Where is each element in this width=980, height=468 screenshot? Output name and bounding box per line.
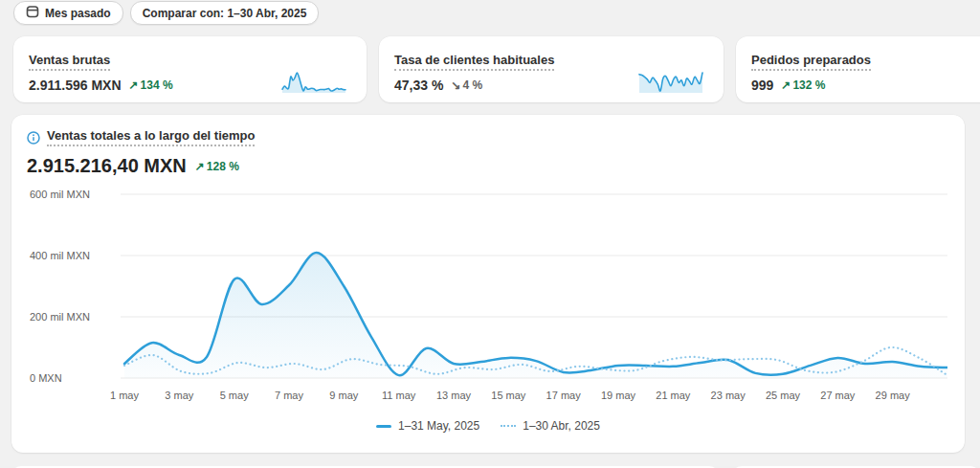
metric-change-returning-rate: ↘4 % bbox=[451, 78, 482, 92]
dotted-line-legend-icon bbox=[501, 425, 516, 427]
date-filter-bar: Mes pasado Comparar con: 1–30 Abr, 2025 bbox=[13, 1, 319, 25]
y-axis-tick-label: 0 MXN bbox=[30, 372, 62, 384]
compare-button[interactable]: Comparar con: 1–30 Abr, 2025 bbox=[130, 1, 320, 25]
metric-value-returning-rate: 47,33 % bbox=[394, 78, 443, 93]
trend-up-icon: ↗ bbox=[129, 78, 139, 92]
y-axis-tick-label: 400 mil MXN bbox=[30, 250, 90, 261]
legend-label-comparison: 1–30 Abr, 2025 bbox=[523, 419, 600, 433]
solid-line-legend-icon bbox=[376, 425, 391, 428]
x-axis-tick-label: 15 may bbox=[486, 390, 530, 401]
x-axis-tick-label: 1 may bbox=[102, 390, 146, 401]
legend-label-current: 1–31 May, 2025 bbox=[398, 419, 479, 433]
chart-change: ↗128 % bbox=[195, 160, 239, 173]
x-axis-tick-label: 3 may bbox=[157, 390, 201, 401]
x-axis-tick-label: 19 may bbox=[596, 390, 640, 401]
chart-total-value: 2.915.216,40 MXN bbox=[27, 155, 187, 177]
calendar-icon bbox=[26, 5, 39, 21]
compare-label: Comparar con: 1–30 Abr, 2025 bbox=[143, 7, 307, 20]
metric-card-gross-sales[interactable]: Ventas brutas 2.911.596 MXN ↗134 % bbox=[13, 36, 367, 102]
y-axis-tick-label: 200 mil MXN bbox=[30, 311, 90, 323]
trend-up-icon: ↗ bbox=[195, 160, 205, 173]
x-axis-tick-label: 13 may bbox=[432, 390, 476, 401]
x-axis-tick-label: 23 may bbox=[706, 390, 750, 401]
chart-title[interactable]: Ventas totales a lo largo del tiempo bbox=[47, 128, 255, 146]
metric-title-gross-sales[interactable]: Ventas brutas bbox=[29, 53, 110, 71]
info-icon[interactable] bbox=[27, 131, 40, 145]
metric-card-fulfilled-orders[interactable]: Pedidos preparados 999 ↗132 % bbox=[736, 36, 980, 102]
x-axis-tick-label: 27 may bbox=[815, 390, 859, 401]
x-axis-tick-label: 21 may bbox=[651, 390, 695, 401]
sparkline-returning-rate bbox=[637, 69, 704, 95]
trend-up-icon: ↗ bbox=[781, 78, 791, 92]
x-axis-tick-label: 5 may bbox=[212, 390, 256, 401]
metric-title-fulfilled-orders[interactable]: Pedidos preparados bbox=[751, 53, 871, 71]
legend-item-comparison-period[interactable]: 1–30 Abr, 2025 bbox=[501, 419, 600, 433]
y-axis-tick-label: 600 mil MXN bbox=[30, 189, 90, 200]
x-axis-tick-label: 25 may bbox=[761, 390, 805, 401]
date-range-button[interactable]: Mes pasado bbox=[13, 1, 123, 25]
legend-item-current-period[interactable]: 1–31 May, 2025 bbox=[376, 419, 479, 433]
chart-legend: 1–31 May, 2025 1–30 Abr, 2025 bbox=[11, 419, 965, 433]
total-sales-chart-card: Ventas totales a lo largo del tiempo 2.9… bbox=[11, 115, 965, 453]
metric-value-gross-sales: 2.911.596 MXN bbox=[29, 78, 122, 93]
metric-title-returning-rate[interactable]: Tasa de clientes habituales bbox=[394, 53, 554, 71]
trend-down-icon: ↘ bbox=[451, 78, 460, 92]
date-range-label: Mes pasado bbox=[45, 7, 111, 20]
metric-value-fulfilled-orders: 999 bbox=[751, 78, 773, 93]
metric-card-returning-rate[interactable]: Tasa de clientes habituales 47,33 % ↘4 % bbox=[379, 36, 724, 102]
x-axis-tick-label: 11 may bbox=[377, 390, 421, 401]
x-axis-tick-label: 7 may bbox=[267, 390, 311, 401]
metric-change-gross-sales: ↗134 % bbox=[129, 78, 173, 92]
metrics-row: Ventas brutas 2.911.596 MXN ↗134 % Tasa … bbox=[13, 36, 980, 102]
sales-line-chart bbox=[113, 188, 947, 383]
x-axis-tick-label: 29 may bbox=[871, 390, 915, 401]
x-axis-tick-label: 9 may bbox=[322, 390, 366, 401]
metric-change-fulfilled-orders: ↗132 % bbox=[781, 78, 825, 92]
sparkline-gross-sales bbox=[280, 69, 347, 95]
x-axis-tick-label: 17 may bbox=[542, 390, 586, 401]
